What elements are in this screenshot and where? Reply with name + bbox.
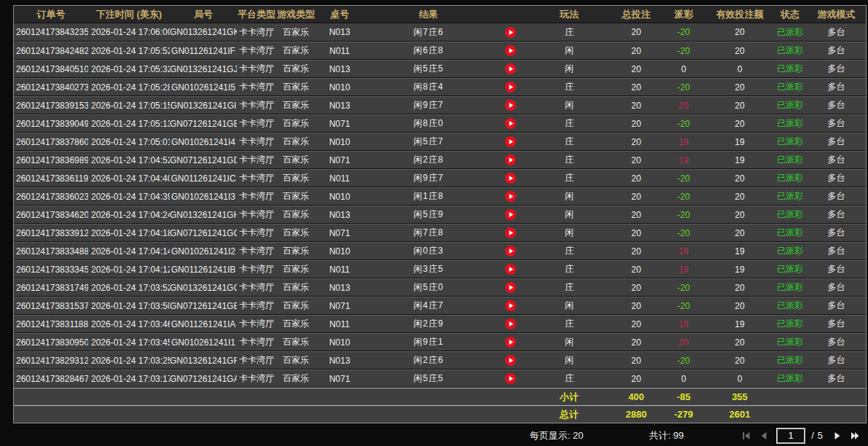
- cell-order: 260124173840510: [14, 60, 88, 78]
- cell-order: 260124173839049: [14, 114, 88, 133]
- cell-payout: -20: [661, 206, 706, 224]
- cell-time: 2026-01-24 17:03:17: [88, 369, 170, 388]
- cell-platform: 卡卡湾厅: [237, 151, 276, 169]
- cell-mode: 多台: [807, 114, 866, 133]
- cell-round: GN011261241IF: [170, 42, 237, 60]
- cell-result: 闲2庄9: [364, 315, 493, 333]
- cell-round: GN071261241GD: [170, 151, 237, 169]
- play-icon[interactable]: [505, 118, 516, 129]
- play-icon[interactable]: [505, 300, 516, 311]
- play-icon[interactable]: [505, 63, 516, 74]
- play-icon[interactable]: [505, 355, 516, 366]
- cell-status: 已派彩: [773, 133, 807, 151]
- cell-side: 闲: [527, 224, 611, 242]
- per-page-label: 每页显示: 20: [530, 429, 584, 442]
- play-icon[interactable]: [505, 264, 516, 275]
- cell-total-bet: 20: [611, 78, 661, 96]
- play-icon[interactable]: [505, 318, 516, 329]
- play-icon[interactable]: [505, 173, 516, 184]
- cell-game-type: 百家乐: [276, 169, 316, 187]
- cell-platform: 卡卡湾厅: [237, 78, 276, 96]
- play-icon[interactable]: [505, 154, 516, 165]
- cell-side: 闲: [527, 351, 611, 369]
- bet-record-row: 2601241738346202026-01-24 17:04:24GN0132…: [14, 206, 866, 224]
- play-icon[interactable]: [505, 45, 516, 56]
- cell-mode: 多台: [807, 96, 866, 114]
- play-icon[interactable]: [505, 27, 516, 38]
- play-icon[interactable]: [505, 82, 516, 93]
- col-header-total-bet: 总投注: [611, 6, 661, 23]
- cell-round: GN071261241GB: [170, 297, 237, 315]
- cell-payout: 19: [661, 315, 706, 333]
- cell-game-type: 百家乐: [276, 224, 316, 242]
- prev-page-icon[interactable]: [757, 430, 770, 442]
- cell-round: GN071261241GE: [170, 114, 237, 133]
- cell-order: 260124173831188: [14, 315, 88, 333]
- cell-status: 已派彩: [773, 297, 807, 315]
- play-icon[interactable]: [505, 373, 516, 384]
- cell-platform: 卡卡湾厅: [237, 242, 276, 260]
- bet-record-row: 2601241738360232026-01-24 17:04:39GN0102…: [14, 187, 866, 206]
- play-icon[interactable]: [505, 337, 516, 348]
- play-icon[interactable]: [505, 136, 516, 147]
- cell-table-no: N010: [316, 187, 364, 206]
- cell-result: 闲6庄8: [364, 42, 493, 60]
- play-icon[interactable]: [505, 282, 516, 293]
- bet-records-table-container: 订单号 下注时间 (美东) 局号 平台类型 游戏类型 桌号 结果 玩法 总投注 …: [13, 5, 867, 423]
- cell-valid-bet: 19: [706, 260, 773, 278]
- cell-table-no: N011: [316, 42, 364, 60]
- cell-status: 已派彩: [773, 151, 807, 169]
- cell-side: 闲: [527, 96, 611, 114]
- cell-total-bet: 20: [611, 96, 661, 114]
- cell-game-type: 百家乐: [276, 260, 316, 278]
- cell-order: 260124173843235: [14, 23, 88, 42]
- cell-payout: 20: [661, 96, 706, 114]
- play-icon[interactable]: [505, 100, 516, 111]
- grand-total-row: 总计 2880 -279 2601: [14, 405, 866, 423]
- play-icon[interactable]: [505, 191, 516, 202]
- grand-total-label: 总计: [527, 405, 611, 423]
- last-page-icon[interactable]: [848, 430, 861, 442]
- cell-time: 2026-01-24 17:04:24: [88, 206, 170, 224]
- play-icon[interactable]: [505, 209, 516, 220]
- cell-payout: -20: [661, 42, 706, 60]
- cell-game-type: 百家乐: [276, 278, 316, 297]
- cell-side: 闲: [527, 333, 611, 351]
- cell-round: GN010261241I3: [170, 187, 237, 206]
- play-icon[interactable]: [505, 227, 516, 238]
- cell-mode: 多台: [807, 169, 866, 187]
- cell-table-no: N071: [316, 297, 364, 315]
- cell-icon: [493, 297, 527, 315]
- cell-result: 闲0庄3: [364, 242, 493, 260]
- bet-record-row: 2601241738333452026-01-24 17:04:12GN0112…: [14, 260, 866, 278]
- cell-table-no: N071: [316, 151, 364, 169]
- page-number-input[interactable]: [776, 428, 805, 444]
- cell-icon: [493, 224, 527, 242]
- subtotal-label: 小计: [527, 388, 611, 405]
- cell-result: 闲5庄5: [364, 60, 493, 78]
- cell-round: GN013261241GI: [170, 96, 237, 114]
- cell-payout: 19: [661, 151, 706, 169]
- subtotal-row: 小计 400 -85 355: [14, 388, 866, 405]
- cell-valid-bet: 20: [706, 351, 773, 369]
- cell-total-bet: 20: [611, 260, 661, 278]
- next-page-icon[interactable]: [831, 430, 844, 442]
- cell-order: 260124173834620: [14, 206, 88, 224]
- cell-side: 庄: [527, 78, 611, 96]
- first-page-icon[interactable]: [740, 430, 753, 442]
- cell-time: 2026-01-24 17:05:28: [88, 78, 170, 96]
- play-icon[interactable]: [505, 246, 516, 257]
- cell-platform: 卡卡湾厅: [237, 187, 276, 206]
- cell-icon: [493, 206, 527, 224]
- cell-total-bet: 20: [611, 60, 661, 78]
- cell-payout: -20: [661, 297, 706, 315]
- cell-round: GN010261241I1: [170, 333, 237, 351]
- cell-platform: 卡卡湾厅: [237, 96, 276, 114]
- cell-side: 庄: [527, 169, 611, 187]
- cell-order: 260124173833345: [14, 260, 88, 278]
- cell-result: 闲4庄7: [364, 297, 493, 315]
- pagination-bar: 每页显示: 20 共计: 99 / 5: [0, 425, 868, 446]
- cell-result: 闲8庄0: [364, 114, 493, 133]
- cell-round: GN013261241GJ: [170, 60, 237, 78]
- cell-status: 已派彩: [773, 23, 807, 42]
